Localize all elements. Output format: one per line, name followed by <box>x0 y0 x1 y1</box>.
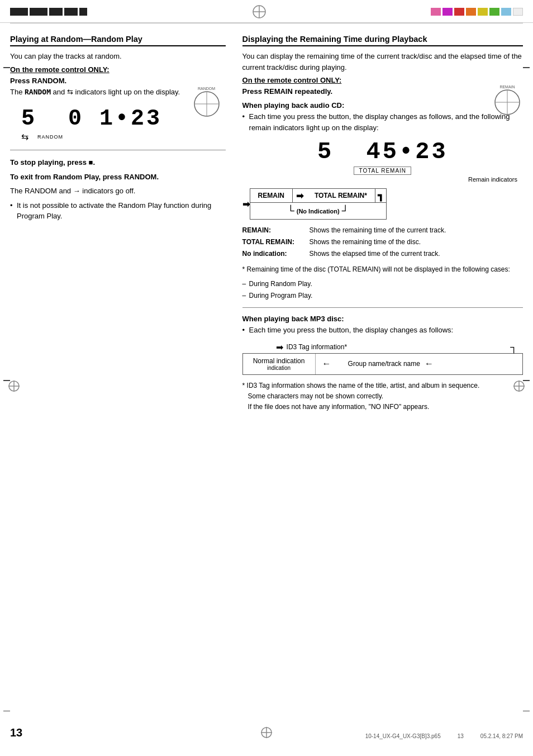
flow-bottom-right-arrow: ┘ <box>342 205 349 217</box>
top-crosshair <box>252 4 266 19</box>
stop-text: To stop playing, press ■. <box>10 157 226 168</box>
definition-table: REMAIN: Shows the remaining time of the … <box>242 225 523 259</box>
blk-dark-5 <box>79 8 87 16</box>
mp3-flow-area: ➡ ID3 Tag information* ┐ Normal indicati… <box>242 341 523 375</box>
mp3-indication-label: indication <box>267 365 291 371</box>
random-icon <box>193 91 220 117</box>
remain-def-term: REMAIN: <box>242 225 310 235</box>
arrow-into-box: ➡ <box>242 199 250 210</box>
flow-remain-item: REMAIN <box>250 189 293 202</box>
blk-dark-2 <box>30 8 47 16</box>
mp3-id3-row: ➡ ID3 Tag information* ┐ <box>242 341 523 353</box>
flow-arrow-right: ┓ <box>375 189 386 202</box>
dash-list: During Random Play. During Program Play. <box>242 279 523 301</box>
off-text: The RANDOM and → indicators go off. <box>10 186 226 197</box>
left-column: Playing at Random—Random Play You can pl… <box>10 35 226 412</box>
asterisk-text: Remaining time of the disc (TOTAL REMAIN… <box>247 265 510 273</box>
flow-top-row: REMAIN ➡ TOTAL REMAIN* ┓ <box>250 189 386 203</box>
arrow-indicator: ⇆ <box>21 131 28 142</box>
right-center-crosshair <box>513 380 525 394</box>
random-text-label: RANDOM <box>37 134 63 140</box>
mp3-group-cell: Group name/track name ← <box>338 354 444 374</box>
audio-cd-bullet: Each time you press the button, the disp… <box>242 111 523 133</box>
remain-def-desc: Shows the remaining time of the current … <box>310 225 446 235</box>
random-label: RANDOM <box>193 87 220 91</box>
left-mark-bot <box>3 711 10 712</box>
asterisk-note-1: * Remaining time of the disc (TOTAL REMA… <box>242 264 523 274</box>
remain-label-top: REMAIN <box>494 85 521 89</box>
flow-outer-box: REMAIN ➡ TOTAL REMAIN* ┓ └ (No Indicatio… <box>250 188 387 220</box>
left-center-crosshair <box>8 380 20 394</box>
random-press-area: RANDOM The RANDOM and ⇆ indicators light… <box>10 87 226 98</box>
total-remain-def-term: TOTAL REMAIN: <box>242 237 310 247</box>
blk-orange <box>466 8 476 16</box>
footer-filename: 10-14_UX-G4_UX-G3[B]3.p65 <box>365 733 441 739</box>
header-bar <box>0 0 533 23</box>
audio-cd-bullets: Each time you press the button, the disp… <box>242 111 523 133</box>
flow-total-remain-item: TOTAL REMAIN* <box>307 189 375 202</box>
right-press-heading: Press REMAIN repeatedly. <box>242 87 523 96</box>
stop-bold: To stop playing, press ■. <box>10 158 95 167</box>
left-section-title: Playing at Random—Random Play <box>10 35 226 46</box>
random-icon-wrapper: RANDOM <box>193 87 220 119</box>
asterisk2-star: * <box>242 382 247 389</box>
asterisk2-line3: If the file does not have any informatio… <box>248 403 430 411</box>
total-remain-bracket-row: TOTAL REMAIN <box>242 167 523 175</box>
page-number: 13 <box>10 726 22 739</box>
mp3-bullets: Each time you press the button, the disp… <box>242 325 523 336</box>
left-press-heading: Press RANDOM. <box>10 77 226 85</box>
left-lcd-indicators: ⇆ RANDOM <box>21 131 226 142</box>
mp3-bottom-right-corner: ← <box>425 359 434 369</box>
left-side-marks <box>0 0 10 756</box>
right-subtitle: On the remote control ONLY: <box>242 76 523 84</box>
exit-bold: To exit from Random Play, press RANDOM. <box>10 173 159 181</box>
mp3-arrow-cell: ← <box>316 354 338 374</box>
blk-ltblue <box>501 8 511 16</box>
mp3-id3-label: ID3 Tag information* <box>287 343 348 351</box>
blk-red <box>454 8 464 16</box>
no-indication-desc: Shows the elapsed time of the current tr… <box>310 249 440 259</box>
left-subtitle: On the remote control ONLY: <box>10 65 226 74</box>
right-mark-bot <box>523 711 530 712</box>
total-remain-label: TOTAL REMAIN <box>354 167 411 175</box>
no-indication-term: No indication: <box>242 249 310 259</box>
blk-green <box>489 8 499 16</box>
mp3-normal-label-top: Normal indication <box>253 357 305 365</box>
page-content: Playing at Random—Random Play You can pl… <box>0 23 533 412</box>
flow-bottom-row: └ (No Indication) ┘ <box>250 203 386 219</box>
mp3-arrow-top: ➡ <box>276 342 283 353</box>
asterisk-note-2: * ID3 Tag information shows the name of … <box>242 381 523 413</box>
exit-text: To exit from Random Play, press RANDOM. <box>10 172 226 183</box>
left-divider <box>10 150 226 150</box>
flow-left-arrow-area: ➡ <box>242 199 250 210</box>
mp3-normal-cell: Normal indication indication <box>243 354 316 374</box>
no-indication-def-row: No indication: Shows the elapsed time of… <box>242 249 523 259</box>
left-intro: You can play the tracks at random. <box>10 51 226 62</box>
flow-arrow-middle: ➡ <box>293 191 307 201</box>
dash-item-2: During Program Play. <box>242 291 523 301</box>
footer-page-label: 13 <box>458 733 464 739</box>
total-remain-def-desc: Shows the remaining time of the disc. <box>310 237 421 247</box>
left-mark-top <box>3 67 10 68</box>
blk-yellow <box>478 8 488 16</box>
asterisk2-line2: Some characters may not be shown correct… <box>248 392 384 400</box>
asterisk2-line1: ID3 Tag information shows the name of th… <box>247 382 480 389</box>
blk-pink <box>431 8 441 16</box>
audio-cd-heading: When playing back audio CD: <box>242 101 523 110</box>
mp3-bullet: Each time you press the button, the disp… <box>242 325 523 336</box>
footer-date: 05.2.14, 8:27 PM <box>480 733 523 739</box>
asterisk2-line3-indent: If the file does not have any informatio… <box>242 403 430 411</box>
blk-dark-3 <box>49 8 63 16</box>
bottom-crosshair <box>260 726 273 740</box>
blk-magenta <box>442 8 453 16</box>
flow-bottom-arrow: └ <box>287 205 294 217</box>
mp3-left-arrow: ← <box>322 359 331 369</box>
right-intro: You can display the remaining time of th… <box>242 51 523 73</box>
total-remain-def-row: TOTAL REMAIN: Shows the remaining time o… <box>242 237 523 247</box>
dash-item-1: During Random Play. <box>242 279 523 289</box>
flow-no-indication: (No Indication) <box>297 208 340 215</box>
mp3-group-label: Group name/track name <box>348 360 420 368</box>
remain-press-area: REMAIN Press REMAIN repeatedly. <box>242 87 523 96</box>
footer-info: 10-14_UX-G4_UX-G3[B]3.p65 13 05.2.14, 8:… <box>365 733 523 739</box>
mp3-flow-box: Normal indication indication ← Group nam… <box>242 353 523 375</box>
